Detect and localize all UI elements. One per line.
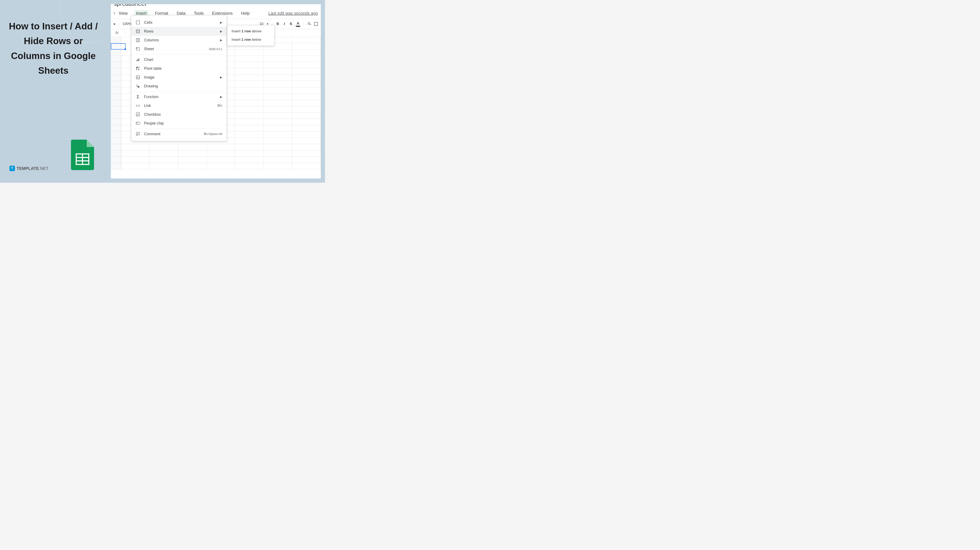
submenu-insert-row-above[interactable]: Insert 1 row above	[228, 27, 274, 35]
chart-icon	[135, 57, 140, 62]
last-edit-link[interactable]: Last edit was seconds ago	[268, 11, 318, 16]
rows-submenu: Insert 1 row above Insert 1 row below	[227, 25, 274, 46]
comment-icon	[135, 132, 140, 136]
rows-icon	[135, 29, 140, 33]
menu-item-image[interactable]: Image ▶	[131, 73, 226, 82]
svg-rect-13	[137, 60, 137, 61]
text-color-button[interactable]: A	[296, 21, 300, 27]
arrow-right-icon: ▶	[220, 30, 222, 33]
svg-rect-5	[136, 30, 140, 33]
cells-icon	[135, 20, 140, 25]
paint-format-icon[interactable]: ▸	[114, 22, 116, 26]
selected-cell[interactable]	[111, 43, 126, 49]
sheet-icon	[135, 46, 140, 51]
tutorial-left-panel: How to Insert / Add / Hide Rows or Colum…	[0, 0, 107, 183]
svg-rect-24	[136, 122, 140, 124]
template-logo-text: TEMPLATE.NET	[17, 166, 48, 171]
svg-rect-19	[136, 76, 140, 79]
menu-item-rows[interactable]: Rows ▶	[131, 27, 226, 36]
svg-rect-17	[138, 67, 140, 67]
svg-rect-18	[136, 69, 137, 70]
menu-item-checkbox[interactable]: Checkbox	[131, 110, 226, 119]
italic-button[interactable]: I	[283, 21, 286, 27]
fx-label: fx	[114, 31, 124, 35]
svg-rect-4	[136, 21, 140, 24]
svg-point-20	[137, 77, 138, 77]
svg-rect-15	[138, 58, 139, 61]
menu-view[interactable]: View	[117, 10, 129, 17]
menu-item-sheet[interactable]: Sheet Shift+F11	[131, 45, 226, 53]
screenshot-panel: spreadsheet t View Insert Format Data To…	[107, 0, 325, 183]
svg-rect-14	[137, 59, 138, 61]
menu-item-columns[interactable]: Columns ▶	[131, 36, 226, 45]
template-net-logo: T TEMPLATE.NET	[10, 166, 48, 171]
svg-point-21	[136, 85, 138, 86]
fill-color-icon[interactable]	[307, 21, 311, 27]
svg-rect-8	[136, 38, 140, 42]
menu-item-people-chip[interactable]: People chip	[131, 119, 226, 128]
svg-rect-12	[137, 48, 137, 48]
tutorial-title: How to Insert / Add / Hide Rows or Colum…	[0, 19, 107, 78]
template-logo-icon: T	[10, 166, 15, 171]
arrow-right-icon: ▶	[220, 21, 222, 24]
people-chip-icon	[135, 121, 140, 126]
menu-item-drawing[interactable]: Drawing	[131, 82, 226, 91]
menu-item-cells[interactable]: Cells ▶	[131, 18, 226, 27]
zoom-level[interactable]: 100%	[123, 22, 131, 26]
arrow-right-icon: ▶	[220, 76, 222, 79]
arrow-right-icon: ▶	[220, 95, 222, 99]
svg-rect-22	[138, 86, 139, 88]
columns-icon	[135, 38, 140, 42]
menu-item-comment[interactable]: Comment ⌘+Option+M	[131, 129, 226, 139]
document-title[interactable]: spreadsheet	[111, 4, 321, 7]
checkbox-icon	[135, 112, 140, 117]
strikethrough-button[interactable]: S	[289, 21, 293, 27]
pivot-icon	[135, 66, 140, 71]
svg-rect-23	[136, 113, 140, 116]
image-icon	[135, 75, 140, 80]
menu-item-pivot[interactable]: Pivot table	[131, 64, 226, 73]
bold-button[interactable]: B	[276, 21, 280, 27]
svg-point-25	[137, 123, 137, 123]
menu-item-chart[interactable]: Chart	[131, 55, 226, 64]
google-sheets-icon	[71, 140, 94, 170]
submenu-insert-row-below[interactable]: Insert 1 row below	[228, 35, 274, 44]
menu-help[interactable]: Help	[239, 10, 251, 17]
menu-item-link[interactable]: Link ⌘K	[131, 101, 226, 110]
link-icon	[135, 103, 140, 108]
borders-icon[interactable]	[314, 22, 318, 26]
drawing-icon	[135, 84, 140, 88]
function-icon: Σ	[135, 94, 140, 99]
arrow-right-icon: ▶	[220, 38, 222, 42]
google-sheets-window: spreadsheet t View Insert Format Data To…	[111, 4, 321, 179]
font-size-dropdown-icon[interactable]: ▼	[266, 22, 269, 26]
insert-dropdown-menu: Cells ▶ Rows ▶ Columns ▶	[131, 15, 227, 141]
menu-item-function[interactable]: Σ Function ▶	[131, 92, 226, 101]
svg-rect-16	[136, 67, 138, 68]
